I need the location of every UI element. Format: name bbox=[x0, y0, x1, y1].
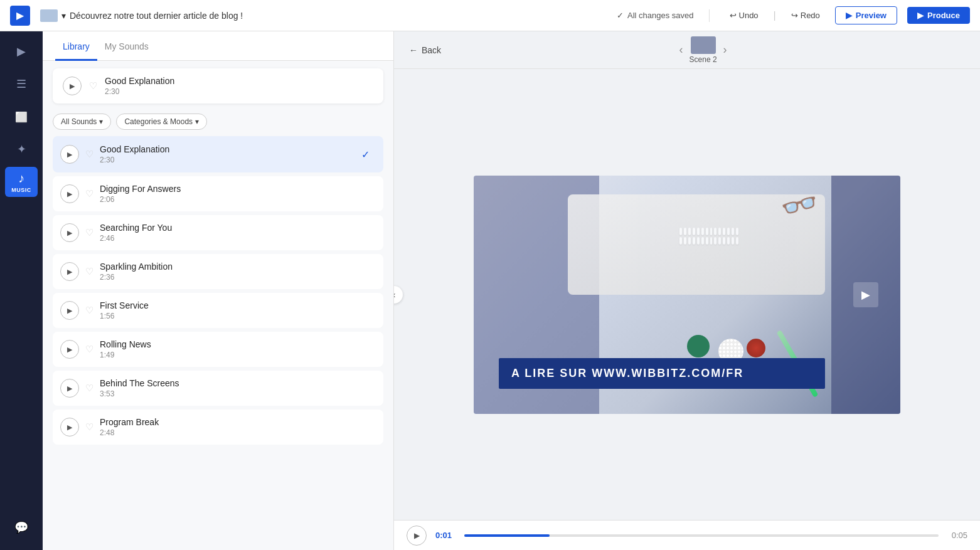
project-selector[interactable]: ▾ Découvrez notre tout dernier article d… bbox=[40, 9, 243, 22]
track-info-2: Searching For You 2:46 bbox=[100, 223, 376, 243]
selected-track-heart-icon[interactable]: ♡ bbox=[89, 80, 97, 92]
tab-library[interactable]: Library bbox=[55, 31, 97, 61]
track-info-1: Digging For Answers 2:06 bbox=[100, 184, 376, 204]
video-right-overlay: ▶ bbox=[831, 176, 900, 414]
track-item-7[interactable]: ▶ ♡ Program Break 2:48 bbox=[53, 410, 383, 445]
track-duration-1: 2:06 bbox=[100, 195, 376, 204]
track-name-4: First Service bbox=[100, 300, 376, 310]
scene-prev-button[interactable]: ‹ bbox=[679, 43, 683, 56]
scene-label: Scene 2 bbox=[690, 55, 717, 64]
sidebar-item-effects[interactable]: ✦ bbox=[5, 134, 38, 164]
tab-my-sounds[interactable]: My Sounds bbox=[97, 31, 156, 61]
selected-track-card: ▶ ♡ Good Explanation 2:30 bbox=[53, 68, 383, 103]
preview-area: ← Back ‹ Scene 2 › ‹ ▶ bbox=[394, 31, 980, 550]
play-icon: ▶ bbox=[17, 45, 26, 58]
track-info-7: Program Break 2:48 bbox=[100, 417, 376, 437]
track-selected-check-0: ✓ bbox=[354, 144, 376, 165]
selected-track-info: Good Explanation 2:30 bbox=[105, 76, 373, 96]
video-container: ‹ ▶ bbox=[394, 69, 980, 520]
progress-bar[interactable] bbox=[464, 534, 939, 537]
undo-button[interactable]: ↩ Undo bbox=[725, 8, 764, 23]
sidebar-item-chat[interactable]: 💬 bbox=[5, 512, 38, 542]
track-item-5[interactable]: ▶ ♡ Rolling News 1:49 bbox=[53, 332, 383, 367]
track-item-6[interactable]: ▶ ♡ Behind The Screens 3:53 bbox=[53, 371, 383, 406]
track-duration-7: 2:48 bbox=[100, 428, 376, 437]
sidebar-item-music[interactable]: ♪ MUSIC bbox=[5, 167, 38, 197]
scene-nav-container: Scene 2 bbox=[690, 36, 717, 64]
track-info-3: Sparkling Ambition 2:36 bbox=[100, 262, 376, 282]
track-item-0[interactable]: ▶ ♡ Good Explanation 2:30 ✓ bbox=[53, 136, 383, 172]
check-icon: ✓ bbox=[617, 11, 624, 20]
track-heart-4[interactable]: ♡ bbox=[85, 305, 93, 316]
track-heart-1[interactable]: ♡ bbox=[85, 188, 93, 199]
produce-arrow-icon: ▶ bbox=[917, 11, 924, 20]
track-heart-2[interactable]: ♡ bbox=[85, 227, 93, 238]
track-item-2[interactable]: ▶ ♡ Searching For You 2:46 bbox=[53, 215, 383, 250]
saved-text: All changes saved bbox=[627, 11, 694, 20]
categories-moods-filter[interactable]: Categories & Moods ▾ bbox=[116, 114, 207, 130]
track-duration-6: 3:53 bbox=[100, 389, 376, 398]
all-sounds-filter[interactable]: All Sounds ▾ bbox=[53, 114, 111, 130]
track-play-button-4[interactable]: ▶ bbox=[60, 301, 79, 320]
preview-play-icon: ▶ bbox=[846, 11, 852, 20]
playbar-play-button[interactable]: ▶ bbox=[407, 526, 427, 546]
back-arrow-icon: ← bbox=[409, 45, 418, 55]
track-heart-3[interactable]: ♡ bbox=[85, 266, 93, 277]
track-play-button-7[interactable]: ▶ bbox=[60, 418, 79, 436]
selected-track-play-button[interactable]: ▶ bbox=[63, 77, 82, 95]
track-name-3: Sparkling Ambition bbox=[100, 262, 376, 272]
redo-label: Redo bbox=[801, 11, 820, 20]
track-play-button-5[interactable]: ▶ bbox=[60, 340, 79, 359]
collapse-panel-button[interactable]: ‹ bbox=[394, 286, 403, 304]
preview-topbar: ← Back ‹ Scene 2 › bbox=[394, 31, 980, 69]
redo-icon: ↪ bbox=[791, 11, 798, 20]
track-item-4[interactable]: ▶ ♡ First Service 1:56 bbox=[53, 293, 383, 328]
scene-thumbnail bbox=[691, 36, 716, 54]
project-name: Découvrez notre tout dernier article de … bbox=[70, 11, 243, 21]
track-list: ▶ ♡ Good Explanation 2:30 ✓ ▶ ♡ Digging … bbox=[43, 136, 393, 550]
divider bbox=[709, 9, 710, 22]
track-heart-5[interactable]: ♡ bbox=[85, 344, 93, 355]
track-play-button-1[interactable]: ▶ bbox=[60, 184, 79, 203]
preview-button[interactable]: ▶ Preview bbox=[835, 6, 897, 24]
produce-button[interactable]: ▶ Produce bbox=[907, 7, 970, 24]
redo-button[interactable]: ↪ Redo bbox=[786, 8, 825, 23]
track-duration-0: 2:30 bbox=[100, 156, 348, 164]
sidebar-item-play[interactable]: ▶ bbox=[5, 36, 38, 66]
undo-label: Undo bbox=[739, 11, 759, 20]
track-play-button-2[interactable]: ▶ bbox=[60, 223, 79, 242]
circle-red-decoration bbox=[747, 339, 765, 357]
filter-bar: All Sounds ▾ Categories & Moods ▾ bbox=[43, 108, 393, 136]
video-play-overlay-icon: ▶ bbox=[853, 282, 878, 307]
sidebar-item-list[interactable]: ☰ bbox=[5, 69, 38, 99]
selected-track-duration: 2:30 bbox=[105, 87, 373, 96]
track-heart-6[interactable]: ♡ bbox=[85, 383, 93, 394]
track-play-button-0[interactable]: ▶ bbox=[60, 145, 79, 164]
sidebar: ▶ ☰ ⬜ ✦ ♪ MUSIC 💬 bbox=[0, 31, 43, 550]
track-item-3[interactable]: ▶ ♡ Sparkling Ambition 2:36 bbox=[53, 254, 383, 289]
track-play-button-3[interactable]: ▶ bbox=[60, 262, 79, 281]
track-name-2: Searching For You bbox=[100, 223, 376, 233]
track-name-6: Behind The Screens bbox=[100, 378, 376, 388]
track-duration-5: 1:49 bbox=[100, 351, 376, 359]
track-heart-0[interactable]: ♡ bbox=[85, 149, 93, 160]
all-sounds-arrow: ▾ bbox=[99, 117, 103, 126]
sidebar-item-images[interactable]: ⬜ bbox=[5, 102, 38, 132]
scene-next-button[interactable]: › bbox=[723, 43, 727, 56]
chat-icon: 💬 bbox=[14, 521, 28, 534]
project-arrow: ▾ bbox=[61, 11, 66, 21]
track-duration-4: 1:56 bbox=[100, 312, 376, 320]
track-play-button-6[interactable]: ▶ bbox=[60, 379, 79, 398]
logo-play-icon: ▶ bbox=[16, 9, 24, 21]
app-logo: ▶ bbox=[10, 6, 30, 26]
track-info-6: Behind The Screens 3:53 bbox=[100, 378, 376, 398]
topbar: ▶ ▾ Découvrez notre tout dernier article… bbox=[0, 0, 980, 31]
save-status: ✓ All changes saved bbox=[617, 11, 694, 20]
playbar-total-time: 0:05 bbox=[947, 531, 967, 540]
project-thumbnail bbox=[40, 9, 58, 22]
music-label: MUSIC bbox=[11, 187, 31, 193]
track-item-1[interactable]: ▶ ♡ Digging For Answers 2:06 bbox=[53, 176, 383, 211]
main-content: ▶ ☰ ⬜ ✦ ♪ MUSIC 💬 Library My Sounds ▶ ♡ bbox=[0, 31, 980, 550]
back-button[interactable]: ← Back bbox=[409, 45, 441, 55]
track-heart-7[interactable]: ♡ bbox=[85, 421, 93, 433]
